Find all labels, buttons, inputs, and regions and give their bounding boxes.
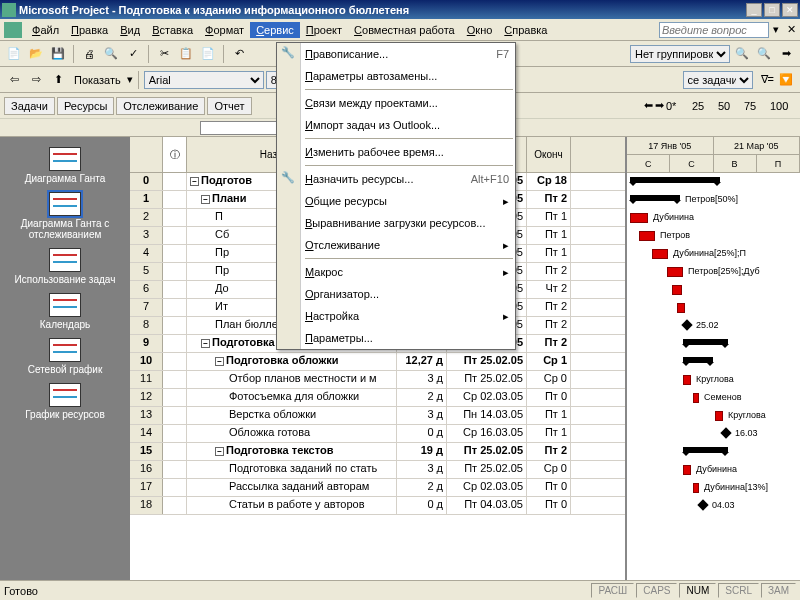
menuitem[interactable]: Изменить рабочее время... — [277, 141, 515, 163]
maximize-button[interactable]: □ — [764, 3, 780, 17]
group-select[interactable]: Нет группировки — [630, 45, 730, 63]
table-row[interactable]: 15−Подготовка текстов19 дПт 25.02.05Пт 2 — [130, 443, 625, 461]
zoomin-button[interactable]: 🔍 — [732, 44, 752, 64]
gantt-bar[interactable] — [630, 195, 680, 201]
menuitem[interactable]: Организатор... — [277, 283, 515, 305]
gantt-bar[interactable] — [683, 339, 728, 345]
table-row[interactable]: 16Подготовка заданий по стать3 дПт 25.02… — [130, 461, 625, 479]
gantt-bar[interactable] — [720, 427, 731, 438]
help-search[interactable] — [659, 22, 769, 38]
show-button[interactable]: Показать — [70, 74, 125, 86]
menuitem[interactable]: Макрос▸ — [277, 261, 515, 283]
menu-проект[interactable]: Проект — [300, 22, 348, 38]
menu-вставка[interactable]: Вставка — [146, 22, 199, 38]
sideitem[interactable]: График ресурсов — [10, 383, 120, 420]
menuitem[interactable]: Общие ресурсы▸ — [277, 190, 515, 212]
expand-icon[interactable]: − — [201, 195, 210, 204]
goto-button[interactable]: ➡ — [776, 44, 796, 64]
percent50-button[interactable]: 50 — [718, 100, 742, 112]
open-button[interactable]: 📂 — [26, 44, 46, 64]
table-row[interactable]: 11Отбор планов местности и м3 дПт 25.02.… — [130, 371, 625, 389]
menu-вид[interactable]: Вид — [114, 22, 146, 38]
menuitem[interactable]: 🔧Назначить ресурсы...Alt+F10 — [277, 168, 515, 190]
gantt-bar[interactable] — [693, 483, 699, 493]
minimize-button[interactable]: _ — [746, 3, 762, 17]
gantt-bar[interactable] — [672, 285, 682, 295]
viewbtn-Отслеживание[interactable]: Отслеживание — [116, 97, 205, 115]
viewbtn-Задачи[interactable]: Задачи — [4, 97, 55, 115]
gantt-bar[interactable] — [652, 249, 668, 259]
menuitem[interactable]: Связи между проектами... — [277, 92, 515, 114]
menuitem[interactable]: Настройка▸ — [277, 305, 515, 327]
menuitem[interactable]: Отслеживание▸ — [277, 234, 515, 256]
menu-правка[interactable]: Правка — [65, 22, 114, 38]
mdi-close-icon[interactable]: ✕ — [787, 23, 796, 36]
sideitem[interactable]: Диаграмма Ганта — [10, 147, 120, 184]
menu-сервис[interactable]: Сервис — [250, 22, 300, 38]
close-button[interactable]: ✕ — [782, 3, 798, 17]
expand-icon[interactable]: − — [201, 339, 210, 348]
gantt-bar[interactable] — [715, 411, 723, 421]
gantt-bar[interactable] — [683, 357, 713, 363]
fwd-button[interactable]: ⇨ — [26, 70, 46, 90]
new-button[interactable]: 📄 — [4, 44, 24, 64]
viewbtn-Отчет[interactable]: Отчет — [207, 97, 251, 115]
menuitem[interactable]: Параметры автозамены... — [277, 65, 515, 87]
gantt-bar[interactable] — [677, 303, 685, 313]
menu-справка[interactable]: Справка — [498, 22, 553, 38]
col-end[interactable]: Оконч — [527, 137, 571, 172]
percent0-button[interactable]: 0* — [666, 100, 690, 112]
expand-icon[interactable]: − — [190, 177, 199, 186]
percent25-button[interactable]: 25 — [692, 100, 716, 112]
table-row[interactable]: 14Обложка готова0 дСр 16.03.05Пт 1 — [130, 425, 625, 443]
undo-button[interactable]: ↶ — [229, 44, 249, 64]
gantt-bar[interactable] — [697, 499, 708, 510]
menuitem[interactable]: Выравнивание загрузки ресурсов... — [277, 212, 515, 234]
menuitem[interactable]: Параметры... — [277, 327, 515, 349]
gantt-bar[interactable] — [630, 213, 648, 223]
gantt-bar[interactable] — [667, 267, 683, 277]
cut-button[interactable]: ✂ — [154, 44, 174, 64]
back-button[interactable]: ⇦ — [4, 70, 24, 90]
print-button[interactable]: 🖨 — [79, 44, 99, 64]
sideitem[interactable]: Диаграмма Ганта с отслеживанием — [10, 192, 120, 240]
table-row[interactable]: 17Рассылка заданий авторам2 дСр 02.03.05… — [130, 479, 625, 497]
percent100-button[interactable]: 100 — [770, 100, 796, 112]
sideitem[interactable]: Сетевой график — [10, 338, 120, 375]
sideitem[interactable]: Календарь — [10, 293, 120, 330]
gantt-chart[interactable]: 17 Янв '0521 Мар '05 ССВП Петров[50%]Дуб… — [625, 137, 800, 600]
outdent-button[interactable]: ⬅ — [644, 99, 653, 112]
table-row[interactable]: 13Верстка обложки3 дПн 14.03.05Пт 1 — [130, 407, 625, 425]
filter-select[interactable]: се задачи — [683, 71, 753, 89]
preview-button[interactable]: 🔍 — [101, 44, 121, 64]
menu-окно[interactable]: Окно — [461, 22, 499, 38]
table-row[interactable]: 18Статьи в работе у авторов0 дПт 04.03.0… — [130, 497, 625, 515]
gantt-bar[interactable] — [681, 319, 692, 330]
expand-icon[interactable]: − — [215, 357, 224, 366]
menu-совместная работа[interactable]: Совместная работа — [348, 22, 461, 38]
gantt-bar[interactable] — [639, 231, 655, 241]
percent75-button[interactable]: 75 — [744, 100, 768, 112]
font-select[interactable]: Arial — [144, 71, 264, 89]
gantt-bar[interactable] — [693, 393, 699, 403]
menu-формат[interactable]: Формат — [199, 22, 250, 38]
spell-button[interactable]: ✓ — [123, 44, 143, 64]
up-button[interactable]: ⬆ — [48, 70, 68, 90]
sideitem[interactable]: Использование задач — [10, 248, 120, 285]
gantt-bar[interactable] — [683, 375, 691, 385]
autofilter-button[interactable]: 🔽 — [776, 70, 796, 90]
expand-icon[interactable]: − — [215, 447, 224, 456]
menuitem[interactable]: Импорт задач из Outlook... — [277, 114, 515, 136]
table-row[interactable]: 12Фотосъемка для обложки2 дСр 02.03.05Пт… — [130, 389, 625, 407]
indent-button[interactable]: ➡ — [655, 99, 664, 112]
save-button[interactable]: 💾 — [48, 44, 68, 64]
gantt-bar[interactable] — [683, 447, 728, 453]
menuitem[interactable]: 🔧Правописание...F7 — [277, 43, 515, 65]
help-input[interactable] — [659, 22, 769, 38]
gantt-bar[interactable] — [630, 177, 720, 183]
copy-button[interactable]: 📋 — [176, 44, 196, 64]
paste-button[interactable]: 📄 — [198, 44, 218, 64]
menu-файл[interactable]: Файл — [26, 22, 65, 38]
gantt-bar[interactable] — [683, 465, 691, 475]
zoomout-button[interactable]: 🔍 — [754, 44, 774, 64]
